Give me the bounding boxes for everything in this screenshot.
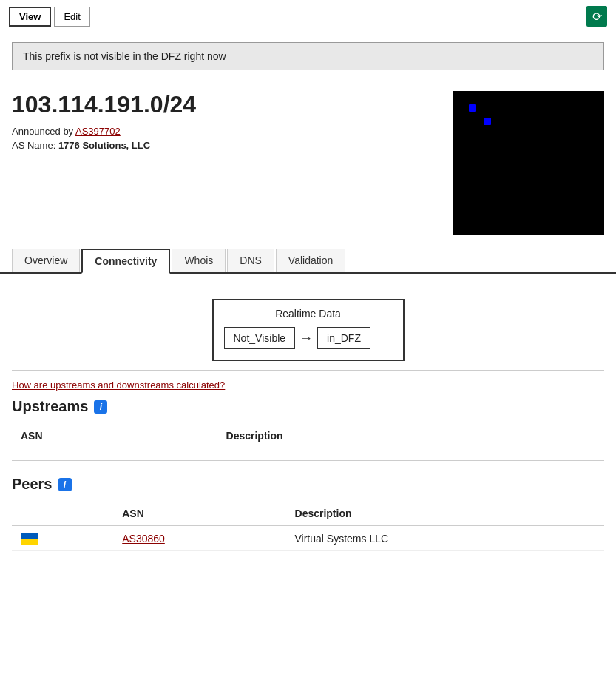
view-edit-tabs: View Edit — [9, 7, 90, 27]
top-bar: View Edit ⟳ — [0, 0, 616, 33]
peer-flag — [12, 526, 113, 551]
announced-by: Announced by AS397702 — [12, 126, 438, 137]
peer-asn-link[interactable]: AS30860 — [122, 533, 165, 545]
prefix-section: 103.114.191.0/24 Announced by AS397702 A… — [0, 79, 616, 235]
nav-tabs: Overview Connectivity Whois DNS Validati… — [0, 235, 616, 274]
map-image — [453, 91, 604, 235]
peers-title: Peers — [12, 476, 53, 493]
peers-col-description: Description — [286, 502, 604, 526]
peers-section: Peers i ASN Description AS30860 Virtual … — [12, 476, 604, 551]
tab-connectivity[interactable]: Connectivity — [81, 249, 170, 274]
view-button[interactable]: View — [9, 7, 51, 27]
upstreams-info-icon[interactable]: i — [94, 400, 107, 414]
arrow-icon: → — [299, 331, 313, 346]
peer-description: Virtual Systems LLC — [286, 526, 604, 551]
divider-2 — [12, 460, 604, 461]
realtime-inner: Not_Visible → in_DFZ — [224, 327, 393, 349]
prefix-info: 103.114.191.0/24 Announced by AS397702 A… — [12, 91, 438, 235]
upstreams-title: Upstreams — [12, 398, 88, 415]
tab-whois[interactable]: Whois — [172, 249, 226, 272]
as-link[interactable]: AS397702 — [75, 126, 121, 137]
state-in-dfz: in_DFZ — [317, 327, 370, 349]
alert-banner: This prefix is not visible in the DFZ ri… — [12, 42, 604, 70]
peers-info-icon[interactable]: i — [58, 478, 72, 491]
divider-1 — [12, 370, 604, 371]
upstreams-header-row: ASN Description — [12, 424, 604, 448]
as-name-value: 1776 Solutions, LLC — [58, 140, 150, 151]
tab-overview[interactable]: Overview — [12, 249, 80, 272]
upstreams-table: ASN Description — [12, 424, 604, 448]
tab-validation[interactable]: Validation — [276, 249, 345, 272]
tab-dns[interactable]: DNS — [227, 249, 274, 272]
realtime-outer-box: Realtime Data Not_Visible → in_DFZ — [212, 299, 405, 361]
table-row: AS30860 Virtual Systems LLC — [12, 526, 604, 551]
as-name: AS Name: 1776 Solutions, LLC — [12, 140, 438, 151]
upstreams-col-asn: ASN — [12, 424, 217, 448]
peers-col-flag — [12, 502, 113, 526]
announced-by-label: Announced by — [12, 126, 73, 137]
peers-header: Peers i — [12, 476, 604, 493]
upstreams-header: Upstreams i — [12, 398, 604, 415]
edit-button[interactable]: Edit — [54, 7, 89, 27]
state-not-visible: Not_Visible — [224, 327, 296, 349]
flag-icon — [21, 533, 38, 545]
realtime-diagram: Realtime Data Not_Visible → in_DFZ — [212, 299, 405, 361]
upstreams-col-description: Description — [217, 424, 604, 448]
upstreams-link[interactable]: How are upstreams and downstreams calcul… — [12, 380, 604, 391]
content-area: Realtime Data Not_Visible → in_DFZ How a… — [0, 274, 616, 569]
sync-icon[interactable]: ⟳ — [586, 6, 607, 27]
peers-col-asn: ASN — [113, 502, 285, 526]
map-dot-1 — [469, 104, 476, 112]
realtime-title: Realtime Data — [224, 308, 393, 320]
peer-asn: AS30860 — [113, 526, 285, 551]
as-name-label: AS Name: — [12, 140, 55, 151]
peers-table: ASN Description AS30860 Virtual Systems … — [12, 502, 604, 551]
map-dot-2 — [484, 118, 491, 125]
prefix-address: 103.114.191.0/24 — [12, 91, 438, 118]
alert-text: This prefix is not visible in the DFZ ri… — [23, 50, 226, 62]
peers-header-row: ASN Description — [12, 502, 604, 526]
